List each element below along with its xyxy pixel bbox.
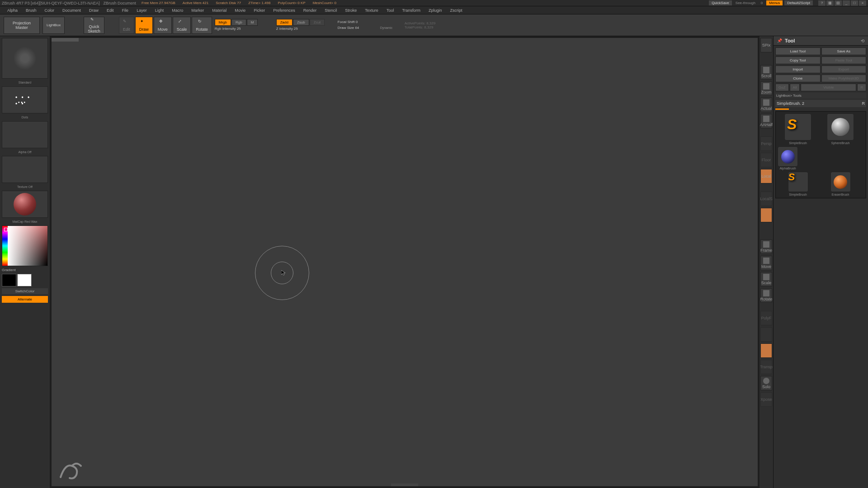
switchcolor-button[interactable]: SwitchColor — [2, 288, 48, 294]
aahalf-button[interactable]: AAHalf — [760, 114, 772, 128]
menu-stroke[interactable]: Stroke — [341, 7, 360, 14]
menu-texture[interactable]: Texture — [361, 7, 382, 14]
mrgb-button[interactable]: Mrgb — [215, 19, 231, 26]
bottom-handle[interactable] — [391, 483, 418, 486]
alternate-button[interactable]: Alternate — [2, 296, 48, 303]
m-button[interactable]: M — [247, 19, 258, 26]
all-button[interactable]: All — [790, 84, 800, 91]
menu-layer[interactable]: Layer — [133, 7, 151, 14]
tool-item-simplebrush[interactable]: S SimpleBrush — [778, 113, 818, 145]
clone-button[interactable]: Clone — [775, 75, 821, 82]
move-view-button[interactable]: Move — [760, 256, 772, 270]
menu-transform[interactable]: Transform — [398, 7, 424, 14]
local-button[interactable]: Local — [760, 169, 772, 183]
canvas[interactable] — [52, 38, 758, 486]
polyf-button[interactable]: PolyF — [760, 311, 772, 325]
menu-draw[interactable]: Draw — [85, 7, 102, 14]
pin-icon[interactable]: 📌 — [777, 38, 782, 43]
move-button[interactable]: ✥Move — [154, 17, 172, 34]
visible-button[interactable]: Visible — [801, 84, 856, 91]
tool-item-spherebrush[interactable]: SphereBrush — [820, 113, 861, 145]
layout2-icon[interactable]: ▤ — [835, 0, 842, 6]
menu-brush[interactable]: Brush — [22, 7, 40, 14]
zadd-button[interactable]: Zadd — [276, 19, 292, 26]
tool-item-simplebrush2[interactable]: S SimpleBrush — [778, 172, 818, 196]
menus-button[interactable]: Menus — [766, 0, 783, 5]
solo-button[interactable]: Solo — [760, 376, 772, 390]
rgb-intensity-label[interactable]: Rgb Intensity 25 — [215, 27, 255, 31]
frame-button[interactable]: Frame — [760, 239, 772, 254]
zoom-button[interactable]: Zoom — [760, 81, 772, 96]
help-icon[interactable]: ? — [818, 0, 826, 6]
xpose-button[interactable]: Xpose — [760, 392, 772, 407]
tool-r-button[interactable]: R — [862, 101, 865, 106]
make-polymesh-button[interactable]: Make PolyMesh3D — [821, 75, 867, 82]
load-tool-button[interactable]: Load Tool — [775, 47, 821, 55]
menu-document[interactable]: Document — [59, 7, 85, 14]
secondary-color-swatch[interactable] — [2, 274, 16, 286]
save-as-button[interactable]: Save As — [821, 47, 867, 55]
spix-button[interactable]: SPix — [760, 38, 772, 52]
actual-button[interactable]: Actual — [760, 98, 772, 112]
maximize-icon[interactable]: □ — [851, 0, 858, 6]
dynamic-label[interactable]: Dynamic — [380, 26, 392, 29]
z-intensity-label[interactable]: Z Intensity 25 — [276, 27, 317, 31]
menu-zscript[interactable]: Zscript — [447, 7, 466, 14]
draw-button[interactable]: ✦Draw — [135, 17, 153, 34]
menu-stencil[interactable]: Stencil — [321, 7, 340, 14]
edit-button[interactable]: ✎Edit — [119, 17, 134, 34]
menu-material[interactable]: Material — [208, 7, 230, 14]
projection-master-button[interactable]: Projection Master — [4, 17, 40, 34]
script-button[interactable]: DefaultZScript — [784, 0, 813, 5]
rotate-view-button[interactable]: Rotate — [760, 288, 772, 303]
color-picker[interactable] — [2, 225, 48, 266]
quicksketch-button[interactable]: ✎Quick Sketch — [84, 17, 104, 34]
zsub-button[interactable]: Zsub — [293, 19, 309, 26]
gradient-label[interactable]: Gradient — [2, 268, 48, 272]
copy-tool-button[interactable]: Copy Tool — [775, 56, 821, 64]
menu-alpha[interactable]: Alpha — [4, 7, 21, 14]
alpha-slot[interactable] — [2, 121, 48, 148]
menu-zplugin[interactable]: Zplugin — [425, 7, 446, 14]
transp-button[interactable]: Transp — [760, 360, 772, 374]
material-slot[interactable] — [2, 191, 48, 218]
menu-movie[interactable]: Movie — [231, 7, 249, 14]
lightbox-button[interactable]: LightBox — [42, 17, 65, 34]
import-button[interactable]: Import — [775, 66, 821, 73]
menu-file[interactable]: File — [118, 7, 132, 14]
focal-shift-label[interactable]: Focal Shift 0 — [338, 20, 378, 24]
minimize-icon[interactable]: _ — [843, 0, 850, 6]
menu-macro[interactable]: Macro — [168, 7, 187, 14]
pt-button[interactable] — [760, 327, 772, 342]
close-icon[interactable]: × — [859, 0, 866, 6]
paste-tool-button[interactable]: Paste Tool — [821, 56, 867, 64]
export-button[interactable]: Export — [821, 66, 867, 73]
scale-view-button[interactable]: Scale — [760, 272, 772, 286]
edit-opacity-button[interactable] — [760, 343, 772, 358]
lightbox-tools-label[interactable]: Lightbox> Tools — [775, 93, 866, 99]
menu-marker[interactable]: Marker — [188, 7, 208, 14]
panel-undock-icon[interactable]: ⟲ — [861, 38, 864, 43]
locals-button[interactable]: LocalS — [760, 192, 772, 206]
stroke-slot[interactable] — [2, 86, 48, 113]
layout-icon[interactable]: ▦ — [826, 0, 834, 6]
primary-color-swatch[interactable] — [17, 274, 32, 286]
quicksave-button[interactable]: QuickSave — [709, 0, 732, 5]
scale-button[interactable]: ⤢Scale — [173, 17, 191, 34]
draw-size-label[interactable]: Draw Size 64 — [338, 26, 378, 30]
tool-item-eraserbrush[interactable]: EraserBrush — [820, 172, 861, 196]
persp-button[interactable]: Persp — [760, 136, 772, 151]
texture-slot[interactable] — [2, 156, 48, 183]
rgb-button[interactable]: Rgb — [231, 19, 246, 26]
menu-tool[interactable]: Tool — [383, 7, 398, 14]
menu-color[interactable]: Color — [41, 7, 58, 14]
brush-slot[interactable] — [2, 38, 48, 79]
menu-edit[interactable]: Edit — [103, 7, 118, 14]
menu-preferences[interactable]: Preferences — [269, 7, 299, 14]
floor-button[interactable]: Floor — [760, 153, 772, 167]
menu-picker[interactable]: Picker — [250, 7, 269, 14]
r-button[interactable]: R — [857, 84, 866, 91]
zcut-button[interactable]: Zcut — [310, 19, 325, 26]
menu-render[interactable]: Render — [300, 7, 321, 14]
menu-light[interactable]: Light — [151, 7, 168, 14]
